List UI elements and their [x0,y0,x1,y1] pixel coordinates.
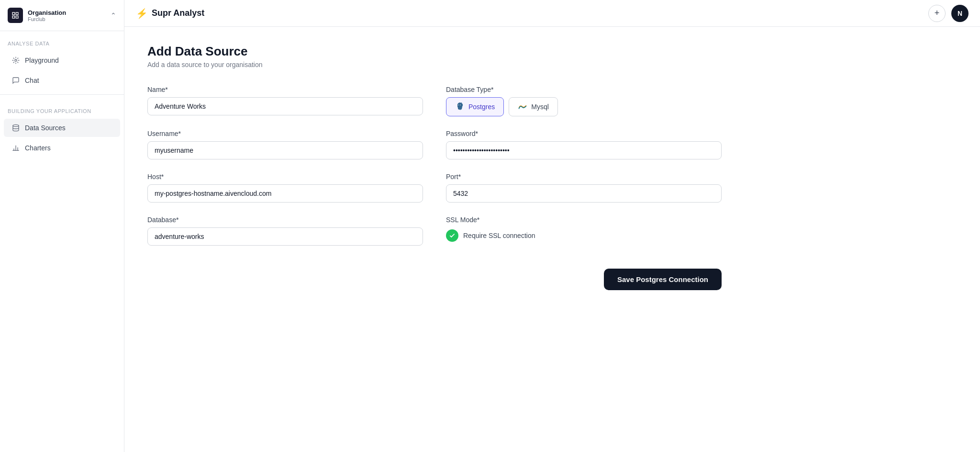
postgres-button[interactable]: Postgres [446,97,504,116]
svg-rect-1 [16,12,18,15]
sidebar-header: Organisation Furclub ⌃ [0,0,124,31]
form-grid: Name* Database Type* P [147,86,722,246]
sidebar-divider [0,94,124,95]
postgres-icon [455,102,465,112]
bolt-icon: ⚡ [136,8,148,19]
svg-rect-3 [12,16,15,18]
section-analyse-label: Analyse Data [0,31,124,50]
username-input[interactable] [147,141,423,159]
org-text: Organisation Furclub [28,9,66,22]
svg-point-11 [460,105,461,106]
topbar-actions: + N [928,5,969,22]
host-label: Host* [147,173,423,181]
chat-icon [11,76,20,85]
password-field-group: Password* [446,130,722,159]
svg-rect-0 [12,12,15,15]
database-field-group: Database* [147,216,423,246]
password-label: Password* [446,130,722,137]
page-title: Add Data Source [147,44,957,59]
name-input[interactable] [147,97,423,115]
ssl-mode-group: Require SSL connection [446,229,722,242]
database-input[interactable] [147,227,423,246]
sidebar-item-playground-label: Playground [25,56,59,64]
mysql-label: Mysql [531,103,549,111]
svg-point-10 [458,105,459,106]
postgres-label: Postgres [468,103,495,111]
save-button[interactable]: Save Postgres Connection [604,269,722,290]
section-building-label: Building Your Application [0,99,124,118]
sidebar-item-data-sources[interactable]: Data Sources [4,119,120,137]
topbar: ⚡ Supr Analyst + N [124,0,980,27]
ssl-checkbox[interactable] [446,229,458,242]
add-button[interactable]: + [928,5,946,22]
host-input[interactable] [147,184,423,203]
save-btn-container: Save Postgres Connection [147,269,722,290]
name-field-group: Name* [147,86,423,116]
sidebar-item-chat[interactable]: Chat [4,71,120,90]
username-label: Username* [147,130,423,137]
main-area: ⚡ Supr Analyst + N Add Data Source Add a… [124,0,980,452]
ssl-mode-field-group: SSL Mode* Require SSL connection [446,216,722,246]
brand-label: Supr Analyst [152,8,204,18]
port-input[interactable] [446,184,722,203]
playground-icon [11,56,20,65]
host-field-group: Host* [147,173,423,203]
svg-point-4 [15,59,17,61]
data-sources-icon [11,124,20,132]
db-type-label: Database Type* [446,86,722,93]
mysql-icon [518,102,527,112]
database-label: Database* [147,216,423,224]
charters-icon [11,144,20,152]
name-label: Name* [147,86,423,93]
org-chevron-icon[interactable]: ⌃ [111,11,116,19]
port-field-group: Port* [446,173,722,203]
ssl-mode-label: SSL Mode* [446,216,722,224]
svg-rect-2 [16,16,18,18]
sidebar-item-charters-label: Charters [25,144,51,152]
db-type-buttons: Postgres Mysql [446,97,722,116]
brand: ⚡ Supr Analyst [136,8,204,19]
sidebar-item-data-sources-label: Data Sources [25,124,66,132]
sidebar-item-chat-label: Chat [25,77,39,84]
ssl-require-label: Require SSL connection [463,232,535,239]
db-type-field-group: Database Type* Postgres [446,86,722,116]
sidebar-item-charters[interactable]: Charters [4,139,120,157]
org-info-group: Organisation Furclub [8,8,66,23]
port-label: Port* [446,173,722,181]
page-subtitle: Add a data source to your organisation [147,61,957,68]
password-input[interactable] [446,141,722,159]
svg-point-5 [13,124,19,126]
avatar: N [951,5,969,22]
org-name: Organisation [28,9,66,16]
mysql-button[interactable]: Mysql [509,97,558,116]
content-area: Add Data Source Add a data source to you… [124,27,980,452]
sidebar-item-playground[interactable]: Playground [4,51,120,69]
username-field-group: Username* [147,130,423,159]
sidebar: Organisation Furclub ⌃ Analyse Data Play… [0,0,124,452]
org-sub: Furclub [28,16,66,22]
org-icon [8,8,23,23]
